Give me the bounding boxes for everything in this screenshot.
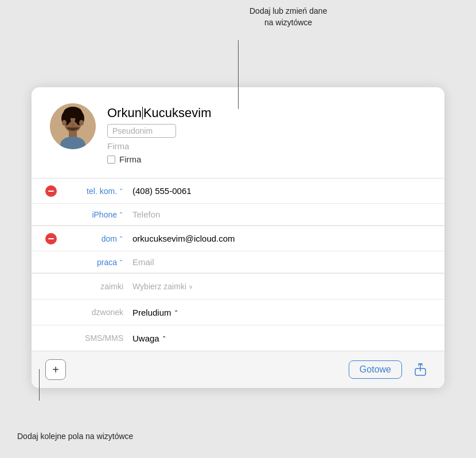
email-field-block: dom ⌃ orkucuksevim@icloud.com praca ⌃ Em… <box>32 226 444 274</box>
name-cursor <box>142 107 143 119</box>
share-button[interactable] <box>410 359 431 380</box>
pronouns-label-text: zaimki <box>100 282 123 291</box>
tooltip-line-top <box>238 40 239 109</box>
ringtone-value-text: Preludium <box>132 308 171 317</box>
phone1-value[interactable]: (408) 555-0061 <box>132 186 431 196</box>
email1-row: dom ⌃ orkucuksevim@icloud.com <box>32 226 444 251</box>
svg-point-12 <box>72 125 74 126</box>
pronouns-label: zaimki <box>66 282 123 291</box>
pronouns-field-block: zaimki Wybierz zaimki ∨ <box>32 274 444 300</box>
right-buttons: Gotowe <box>349 359 431 380</box>
email1-value[interactable]: orkucuksevim@icloud.com <box>132 234 431 243</box>
svg-point-8 <box>62 120 67 126</box>
contact-name: Orkun Kucuksevim <box>107 106 212 121</box>
email1-chevron-icon: ⌃ <box>119 235 123 242</box>
ringtone-value[interactable]: Preludium ⌃ <box>132 308 431 317</box>
smsmms-row: SMS/MMS Uwaga ⌃ <box>32 325 444 351</box>
phone1-label[interactable]: tel. kom. ⌃ <box>66 187 123 196</box>
smsmms-label-text: SMS/MMS <box>85 333 123 343</box>
phone1-chevron-icon: ⌃ <box>119 188 123 194</box>
pronouns-chevron-icon: ∨ <box>189 284 193 290</box>
email2-chevron-icon: ⌃ <box>119 259 123 265</box>
phone2-chevron-icon: ⌃ <box>119 211 123 218</box>
phone2-label-text: iPhone <box>92 210 117 219</box>
add-field-button[interactable]: + <box>45 359 66 380</box>
avatar <box>50 103 96 149</box>
ringtone-label: dzwonek <box>66 308 123 317</box>
phone1-label-text: tel. kom. <box>87 187 117 196</box>
phone-field-block: tel. kom. ⌃ (408) 555-0061 iPhone ⌃ Tele… <box>32 178 444 226</box>
svg-point-10 <box>68 120 71 123</box>
ringtone-field-block: dzwonek Preludium ⌃ <box>32 300 444 325</box>
fields-section: tel. kom. ⌃ (408) 555-0061 iPhone ⌃ Tele… <box>32 178 444 351</box>
bottom-bar: + Gotowe <box>32 351 444 388</box>
remove-phone-button[interactable] <box>45 185 57 197</box>
tooltip-top: Dodaj lub zmień dane na wizytówce <box>249 6 327 28</box>
email1-label-text: dom <box>102 234 117 243</box>
smsmms-label: SMS/MMS <box>66 333 123 343</box>
firma-checkbox-row: Firma <box>107 154 212 164</box>
tooltip-bottom: Dodaj kolejne pola na wizytówce <box>17 432 133 441</box>
email2-label-text: praca <box>97 258 117 267</box>
email2-label[interactable]: praca ⌃ <box>66 258 123 267</box>
smsmms-value-text: Uwaga <box>132 333 159 343</box>
contact-card: Orkun Kucuksevim Pseudonim Firma Firma t… <box>32 87 444 388</box>
smsmms-field-block: SMS/MMS Uwaga ⌃ <box>32 325 444 351</box>
pronouns-row: zaimki Wybierz zaimki ∨ <box>32 274 444 299</box>
email2-placeholder[interactable]: Email <box>132 257 431 267</box>
firma-checkbox[interactable] <box>107 156 115 164</box>
remove-email-button[interactable] <box>45 233 57 244</box>
ringtone-label-text: dzwonek <box>92 308 123 317</box>
ringtone-chevron-icon: ⌃ <box>174 309 178 316</box>
phone2-row: iPhone ⌃ Telefon <box>32 204 444 226</box>
pseudonim-field[interactable]: Pseudonim <box>107 124 176 138</box>
svg-point-9 <box>79 120 84 126</box>
svg-point-5 <box>64 107 82 118</box>
smsmms-value[interactable]: Uwaga ⌃ <box>132 333 431 343</box>
phone1-row: tel. kom. ⌃ (408) 555-0061 <box>32 178 444 204</box>
email1-label[interactable]: dom ⌃ <box>66 234 123 243</box>
tooltip-line-bottom <box>39 369 40 401</box>
first-name: Orkun <box>107 106 142 121</box>
last-name: Kucuksevim <box>143 106 212 121</box>
done-button[interactable]: Gotowe <box>349 360 402 379</box>
firma-label: Firma <box>107 141 212 151</box>
email2-row: praca ⌃ Email <box>32 251 444 273</box>
phone2-label[interactable]: iPhone ⌃ <box>66 210 123 219</box>
pronouns-value: Wybierz zaimki <box>132 282 186 291</box>
svg-point-11 <box>75 120 78 123</box>
smsmms-chevron-icon: ⌃ <box>162 335 166 341</box>
phone2-placeholder[interactable]: Telefon <box>132 209 431 219</box>
firma-checkbox-label: Firma <box>119 154 141 164</box>
ringtone-row: dzwonek Preludium ⌃ <box>32 300 444 325</box>
contact-info: Orkun Kucuksevim Pseudonim Firma Firma <box>107 103 212 164</box>
pronouns-dropdown[interactable]: Wybierz zaimki ∨ <box>132 282 193 291</box>
